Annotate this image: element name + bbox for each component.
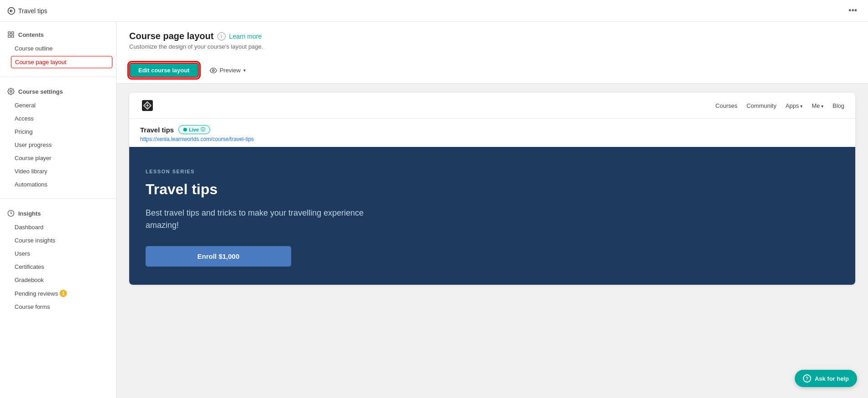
preview-button[interactable]: Preview ▾ bbox=[204, 64, 251, 77]
preview-course-name: Travel tips bbox=[140, 126, 174, 134]
sidebar-section-insights-header: Insights bbox=[0, 206, 116, 221]
live-label: Live bbox=[189, 127, 199, 132]
sidebar: Contents Course outline Course page layo… bbox=[0, 22, 116, 398]
eye-icon bbox=[210, 67, 217, 74]
preview-course-info: Travel tips Live ⓘ https://xenia.learnwo… bbox=[129, 119, 855, 147]
main-layout: Contents Course outline Course page layo… bbox=[0, 22, 868, 398]
sidebar-section-settings-header: Course settings bbox=[0, 84, 116, 99]
svg-point-6 bbox=[10, 91, 12, 92]
hero-banner: LESSON SERIES Travel tips Best travel ti… bbox=[129, 147, 855, 285]
settings-section-label: Course settings bbox=[18, 88, 63, 95]
sidebar-item-pending-reviews[interactable]: Pending reviews 1 bbox=[0, 287, 116, 300]
sidebar-item-gradebook[interactable]: Gradebook bbox=[0, 273, 116, 287]
top-bar: Travel tips ••• bbox=[0, 0, 868, 22]
live-badge: Live ⓘ bbox=[178, 125, 210, 134]
nav-link-apps: Apps bbox=[786, 102, 802, 109]
sidebar-item-dashboard[interactable]: Dashboard bbox=[0, 221, 116, 234]
hero-description: Best travel tips and tricks to make your… bbox=[146, 207, 364, 232]
insights-icon bbox=[7, 210, 15, 217]
sidebar-item-access[interactable]: Access bbox=[0, 112, 116, 125]
live-dot bbox=[183, 128, 187, 131]
page-title-row: Course page layout i Learn more bbox=[129, 31, 855, 41]
sidebar-item-user-progress[interactable]: User progress bbox=[0, 138, 116, 151]
sidebar-section-contents: Contents Course outline Course page layo… bbox=[0, 22, 116, 75]
svg-rect-5 bbox=[11, 35, 14, 37]
sidebar-item-video-library[interactable]: Video library bbox=[0, 165, 116, 178]
back-button[interactable]: Travel tips bbox=[7, 7, 47, 15]
edit-course-layout-button[interactable]: Edit course layout bbox=[129, 63, 199, 78]
info-icon[interactable]: i bbox=[217, 32, 226, 40]
page-title: Course page layout bbox=[129, 31, 214, 41]
sidebar-item-users[interactable]: Users bbox=[0, 247, 116, 260]
sidebar-item-automations[interactable]: Automations bbox=[0, 178, 116, 191]
contents-icon bbox=[7, 31, 15, 38]
insights-section-label: Insights bbox=[18, 210, 41, 217]
svg-rect-3 bbox=[11, 32, 14, 34]
enroll-button[interactable]: Enroll $1,000 bbox=[146, 246, 291, 267]
sidebar-item-general[interactable]: General bbox=[0, 99, 116, 112]
content-area: Course page layout i Learn more Customiz… bbox=[116, 22, 868, 398]
sidebar-item-certificates[interactable]: Certificates bbox=[0, 260, 116, 273]
preview-course-title-row: Travel tips Live ⓘ bbox=[140, 125, 844, 134]
hero-title: Travel tips bbox=[146, 181, 839, 198]
sidebar-item-course-page-layout[interactable]: Course page layout bbox=[11, 56, 112, 68]
more-options-button[interactable]: ••• bbox=[845, 4, 861, 17]
settings-icon bbox=[7, 88, 15, 95]
sidebar-item-course-outline[interactable]: Course outline bbox=[0, 42, 116, 55]
svg-rect-2 bbox=[8, 32, 10, 34]
sidebar-item-course-player[interactable]: Course player bbox=[0, 151, 116, 165]
nav-link-me: Me bbox=[812, 102, 823, 109]
preview-section: Courses Community Apps Me Blog Travel ti… bbox=[116, 84, 868, 294]
back-icon bbox=[7, 7, 15, 15]
sidebar-item-course-insights[interactable]: Course insights bbox=[0, 234, 116, 247]
svg-rect-4 bbox=[8, 35, 10, 37]
preview-url: https://xenia.learnworlds.com/course/tra… bbox=[140, 136, 844, 142]
nav-link-community: Community bbox=[747, 102, 777, 109]
preview-logo-icon bbox=[140, 98, 155, 113]
sidebar-section-course-settings: Course settings General Access Pricing U… bbox=[0, 79, 116, 196]
page-subtitle: Customize the design of your course's la… bbox=[129, 43, 855, 50]
ask-help-icon: ? bbox=[803, 374, 811, 383]
divider-1 bbox=[0, 76, 116, 77]
hero-series-label: LESSON SERIES bbox=[146, 169, 839, 174]
preview-chevron-icon: ▾ bbox=[243, 68, 246, 73]
pending-reviews-badge: 1 bbox=[60, 290, 67, 297]
preview-nav-links: Courses Community Apps Me Blog bbox=[716, 102, 844, 109]
sidebar-section-contents-header: Contents bbox=[0, 27, 116, 42]
content-header: Course page layout i Learn more Customiz… bbox=[116, 22, 868, 84]
contents-section-label: Contents bbox=[18, 31, 44, 38]
learn-more-link[interactable]: Learn more bbox=[229, 33, 262, 40]
svg-point-8 bbox=[212, 70, 214, 71]
preview-label: Preview bbox=[220, 67, 241, 74]
nav-link-blog: Blog bbox=[833, 102, 844, 109]
ask-help-button[interactable]: ? Ask for help bbox=[795, 370, 857, 387]
ask-help-label: Ask for help bbox=[815, 375, 849, 382]
sidebar-item-pricing[interactable]: Pricing bbox=[0, 125, 116, 138]
divider-2 bbox=[0, 198, 116, 199]
preview-card: Courses Community Apps Me Blog Travel ti… bbox=[129, 93, 855, 285]
back-label: Travel tips bbox=[18, 7, 47, 15]
live-info-icon: ⓘ bbox=[201, 126, 205, 133]
sidebar-item-course-forms[interactable]: Course forms bbox=[0, 300, 116, 313]
toolbar: Edit course layout Preview ▾ bbox=[129, 57, 855, 83]
preview-nav: Courses Community Apps Me Blog bbox=[129, 93, 855, 119]
sidebar-section-insights: Insights Dashboard Course insights Users… bbox=[0, 201, 116, 319]
nav-link-courses: Courses bbox=[716, 102, 737, 109]
